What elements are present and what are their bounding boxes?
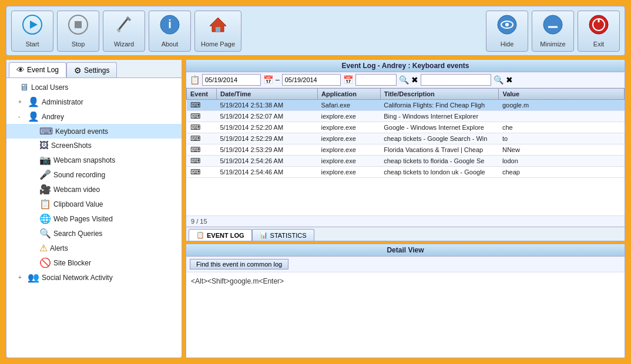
local-users-label: Local Users <box>31 83 68 92</box>
eventlog-icon: 👁 <box>16 65 25 75</box>
toolbar-left: Start Stop <box>11 11 486 52</box>
row-datetime: 5/19/2014 2:54:26 AM <box>216 156 317 167</box>
tree-item-sound[interactable]: 🎤 Sound recording <box>6 167 182 182</box>
tree-item-andrey[interactable]: - 👤 Andrey <box>6 109 182 124</box>
table-row[interactable]: ⌨ 5/19/2014 2:54:46 AM iexplore.exe chea… <box>187 167 625 178</box>
wizard-button[interactable]: Wizard <box>103 11 145 52</box>
screenshots-label: ScreenShots <box>51 141 92 150</box>
table-row[interactable]: ⌨ 5/19/2014 2:52:29 AM iexplore.exe chea… <box>187 133 625 144</box>
col-value-header: Value <box>499 89 625 100</box>
pagination: 9 / 15 <box>186 215 625 227</box>
row-app: iexplore.exe <box>317 133 380 144</box>
row-datetime: 5/19/2014 2:51:38 AM <box>216 100 317 111</box>
col-datetime-header: Date/Time <box>216 89 317 100</box>
hide-label: Hide <box>501 41 514 48</box>
about-button[interactable]: i About <box>149 11 191 52</box>
tree-item-administrator[interactable]: + 👤 Administrator <box>6 95 182 109</box>
eventlog-tab-icon: 📋 <box>196 231 204 239</box>
find-event-button[interactable]: Find this event in common log <box>190 259 288 269</box>
clipboard-icon: 📋 <box>39 198 51 210</box>
date-from-input[interactable] <box>202 74 261 86</box>
filter-app-icon[interactable]: 🔍 <box>399 75 409 85</box>
bottom-tab-statistics[interactable]: 📊 STATISTICS <box>252 229 314 241</box>
table-row[interactable]: ⌨ 5/19/2014 2:53:29 AM iexplore.exe Flor… <box>187 144 625 156</box>
tree-item-search[interactable]: 🔍 Search Queries <box>6 226 182 241</box>
tree-item-screenshots[interactable]: 🖼 ScreenShots <box>6 139 182 153</box>
detail-view-title: Detail View <box>186 244 625 257</box>
stop-button[interactable]: Stop <box>57 11 99 52</box>
row-datetime: 5/19/2014 2:52:07 AM <box>216 111 317 122</box>
web-pages-label: Web Pages Visited <box>53 215 113 223</box>
right-panel: Event Log - Andrey : Keyboard events 📋 📅… <box>186 59 625 358</box>
row-datetime: 5/19/2014 2:52:29 AM <box>216 133 317 144</box>
row-event-icon: ⌨ <box>187 156 217 167</box>
row-event-icon: ⌨ <box>187 167 217 178</box>
start-button[interactable]: Start <box>11 11 53 52</box>
homepage-label: Home Page <box>201 41 235 48</box>
title-filter-input[interactable] <box>421 74 491 86</box>
event-table: Event Date/Time Application Title/Descri… <box>186 88 625 215</box>
tree-item-alerts[interactable]: ⚠ Alerts <box>6 241 182 255</box>
row-title: Florida Vacations & Travel | Cheap <box>380 144 499 156</box>
toolbar-right: Hide Minimize <box>486 11 620 52</box>
about-label: About <box>162 41 179 48</box>
expand-icon: + <box>18 274 28 281</box>
row-datetime: 5/19/2014 2:54:46 AM <box>216 167 317 178</box>
table-row[interactable]: ⌨ 5/19/2014 2:52:20 AM iexplore.exe Goog… <box>187 122 625 133</box>
calendar-icon-from[interactable]: 📅 <box>263 75 273 85</box>
site-blocker-icon: 🚫 <box>39 257 51 268</box>
date-to-input[interactable] <box>282 74 341 86</box>
site-blocker-label: Site Blocker <box>53 259 91 267</box>
administrator-label: Administrator <box>42 98 83 106</box>
row-value: lodon <box>499 156 625 167</box>
detail-content: <Alt><Shift>google.m<Enter> <box>186 272 625 358</box>
table-row[interactable]: ⌨ 5/19/2014 2:52:07 AM iexplore.exe Bing… <box>187 111 625 122</box>
webcam-snap-label: Webcam snapshots <box>53 156 115 164</box>
svg-rect-10 <box>216 27 220 32</box>
hide-button[interactable]: Hide <box>486 11 528 52</box>
row-datetime: 5/19/2014 2:52:20 AM <box>216 122 317 133</box>
tab-eventlog[interactable]: 👁 Event Log <box>9 62 66 77</box>
stop-icon <box>68 14 89 39</box>
col-event-header: Event <box>187 89 217 100</box>
tree-item-keyboard[interactable]: ⌨ Keyboard events <box>6 124 182 139</box>
row-app: Safari.exe <box>317 100 380 111</box>
search-icon: 🔍 <box>39 228 51 239</box>
date-separator: – <box>276 76 280 84</box>
row-title: cheap tickets - Google Search - Win <box>380 133 499 144</box>
clear-title-icon[interactable]: ✖ <box>506 75 513 85</box>
toolbar: Start Stop <box>6 6 625 56</box>
social-label: Social Network Activity <box>42 274 113 282</box>
bottom-tab-eventlog[interactable]: 📋 EVENT LOG <box>189 229 252 241</box>
statistics-tab-label: STATISTICS <box>270 232 307 239</box>
filter-icon: 📋 <box>190 75 200 85</box>
tree-item-clipboard[interactable]: 📋 Clipboard Value <box>6 197 182 211</box>
tree-item-social[interactable]: + 👥 Social Network Activity <box>6 270 182 285</box>
event-log-panel: Event Log - Andrey : Keyboard events 📋 📅… <box>186 59 625 241</box>
minimize-button[interactable]: Minimize <box>532 11 574 52</box>
row-value <box>499 111 625 122</box>
tree-item-site-blocker[interactable]: 🚫 Site Blocker <box>6 255 182 270</box>
app-filter-input[interactable] <box>355 74 397 86</box>
alerts-label: Alerts <box>50 244 68 252</box>
homepage-icon <box>207 14 229 39</box>
andrey-icon: 👤 <box>28 111 39 122</box>
expand-icon: - <box>18 113 28 120</box>
tree-item-webcam-video[interactable]: 🎥 Webcam video <box>6 182 182 197</box>
tab-settings[interactable]: ⚙ Settings <box>66 62 117 77</box>
calendar-icon-to[interactable]: 📅 <box>343 75 353 85</box>
tree: 🖥 Local Users + 👤 Administrator - 👤 Andr… <box>6 78 182 358</box>
tree-item-webcam-snap[interactable]: 📷 Webcam snapshots <box>6 153 182 167</box>
tab-eventlog-label: Event Log <box>27 66 59 74</box>
homepage-button[interactable]: Home Page <box>194 11 241 52</box>
tree-item-local-users[interactable]: 🖥 Local Users <box>6 80 182 95</box>
col-title-header: Title/Description <box>380 89 499 100</box>
table-row[interactable]: ⌨ 5/19/2014 2:51:38 AM Safari.exe Califo… <box>187 100 625 111</box>
eventlog-tab-label: EVENT LOG <box>207 232 244 239</box>
clear-filter-icon[interactable]: ✖ <box>411 75 418 85</box>
tree-item-web-pages[interactable]: 🌐 Web Pages Visited <box>6 211 182 226</box>
sound-label: Sound recording <box>53 171 105 179</box>
filter-title-icon[interactable]: 🔍 <box>494 75 504 85</box>
table-row[interactable]: ⌨ 5/19/2014 2:54:26 AM iexplore.exe chea… <box>187 156 625 167</box>
exit-button[interactable]: Exit <box>578 11 620 52</box>
